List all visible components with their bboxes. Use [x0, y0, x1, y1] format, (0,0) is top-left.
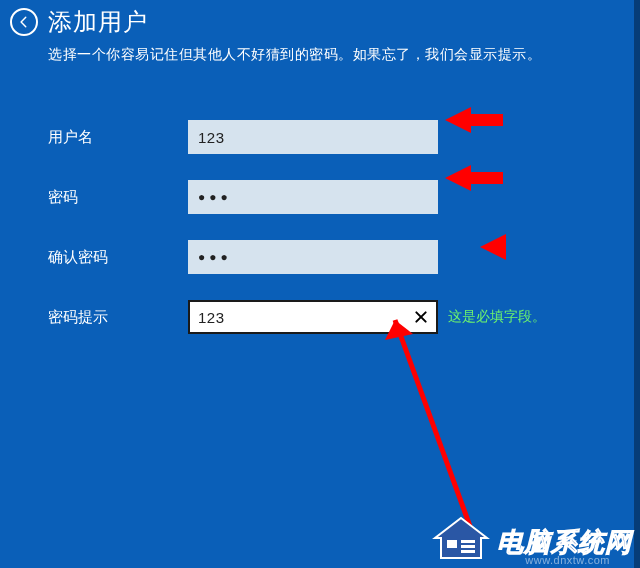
add-user-form: 用户名 密码 ●●● 确认密码 ●●● 密码提示 这是必填字段。 — [0, 64, 640, 334]
svg-line-3 — [395, 320, 475, 540]
page-subtitle: 选择一个你容易记住但其他人不好猜到的密码。如果忘了，我们会显示提示。 — [0, 42, 640, 64]
svg-rect-9 — [461, 550, 475, 553]
arrow-left-icon — [17, 15, 31, 29]
password-input[interactable]: ●●● — [188, 180, 438, 214]
clear-button[interactable] — [410, 306, 432, 328]
confirm-password-label: 确认密码 — [48, 248, 188, 267]
confirm-password-input[interactable]: ●●● — [188, 240, 438, 274]
svg-rect-8 — [461, 545, 475, 548]
password-label: 密码 — [48, 188, 188, 207]
watermark-url: www.dnxtw.com — [525, 554, 610, 566]
scrollbar[interactable] — [634, 0, 640, 568]
house-icon — [431, 516, 491, 560]
password-hint-input[interactable] — [188, 300, 438, 334]
page-title: 添加用户 — [48, 6, 148, 38]
username-input[interactable] — [188, 120, 438, 154]
svg-rect-6 — [447, 540, 457, 548]
username-label: 用户名 — [48, 128, 188, 147]
hint-error-text: 这是必填字段。 — [448, 308, 546, 326]
password-hint-label: 密码提示 — [48, 308, 188, 327]
back-button[interactable] — [10, 8, 38, 36]
close-icon — [413, 309, 429, 325]
svg-rect-7 — [461, 540, 475, 543]
